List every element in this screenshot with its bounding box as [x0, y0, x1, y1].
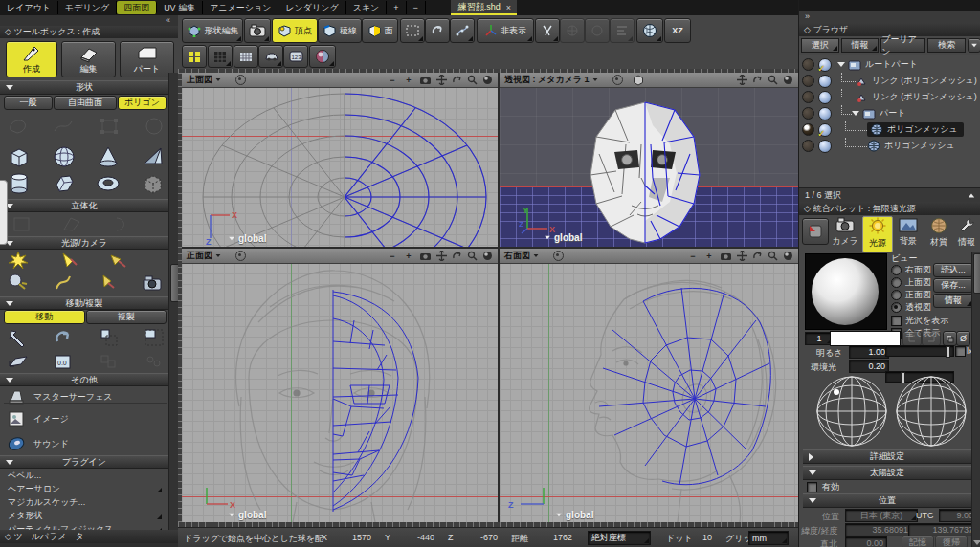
copy-right-button[interactable] [922, 331, 941, 346]
round-tool-button[interactable] [585, 18, 610, 43]
path-light-icon[interactable] [51, 272, 76, 293]
camera-mode-button[interactable] [244, 18, 271, 43]
render-toggle-icon[interactable] [818, 107, 832, 120]
cone-primitive-icon[interactable] [95, 143, 122, 170]
tree-row-part[interactable]: パート [799, 105, 980, 121]
viewport-front[interactable]: X global 正面図 − + [182, 249, 500, 522]
mode-edit-button[interactable]: 編集 [61, 41, 116, 77]
viewport-front-header[interactable]: 正面図 − + [182, 249, 498, 264]
edge-mode-button[interactable]: 稜線 [318, 18, 362, 43]
tab-uvedit[interactable]: UV 編集 [157, 1, 203, 14]
browser-tab-select[interactable]: 選択 [801, 38, 839, 53]
view-option-top[interactable]: 上面図 [891, 276, 931, 289]
pan-icon[interactable] [436, 75, 447, 85]
coordinate-mode-dropdown[interactable]: 絶対座標 [588, 531, 651, 545]
circle-tool-icon[interactable] [142, 115, 167, 138]
viewport-perspective[interactable]: Y X Z global 透視図 : メタカメラ 1 [500, 73, 798, 249]
orbit-icon[interactable] [752, 75, 763, 85]
capsule-primitive-icon[interactable] [51, 171, 78, 196]
plugin-item-bevel[interactable]: ベベル... [8, 470, 41, 482]
scrollbar-thumb[interactable] [973, 253, 980, 294]
tab-modeling[interactable]: モデリング [58, 1, 117, 14]
visibility-eye-icon[interactable] [802, 91, 814, 103]
numeric-transform-icon[interactable]: 0.0 [51, 351, 76, 372]
palette-tab-material[interactable]: 材質 [925, 217, 952, 250]
tree-row-rootpart[interactable]: ✓ ルートパート [799, 56, 980, 73]
viewport-right[interactable]: Z global 右面図 − + [500, 249, 798, 522]
render-toggle-icon[interactable] [818, 91, 832, 104]
sound-item[interactable]: サウンド [6, 434, 69, 453]
zoom-out-icon[interactable]: − [387, 75, 398, 86]
zoom-in-icon[interactable]: + [703, 251, 715, 262]
viewport-perspective-header[interactable]: 透視図 : メタカメラ 1 [500, 73, 798, 88]
mirror-tool-icon[interactable] [142, 326, 167, 349]
copy-left-button[interactable] [902, 331, 922, 346]
browser-tab-info[interactable]: 情報 [841, 38, 880, 53]
tab-animation[interactable]: アニメーション [203, 1, 278, 14]
render-toggle-icon[interactable] [818, 75, 832, 88]
grid-settings-button[interactable] [208, 45, 233, 68]
palette-tab-background[interactable]: 背景 [895, 217, 922, 250]
shading-sphere-icon[interactable] [783, 75, 793, 85]
position-dropdown[interactable]: 日本 (東京) [845, 509, 918, 522]
image-item[interactable]: イメージ [6, 409, 69, 428]
tree-row-link1[interactable]: リンク (ポリゴンメッシュ) [799, 73, 980, 89]
section-light-camera-header[interactable]: 光源/カメラ [0, 236, 168, 250]
xz-plane-button[interactable]: XZ [664, 18, 691, 43]
shading-mode-button[interactable] [309, 45, 336, 68]
shading-sphere-icon[interactable] [783, 251, 793, 261]
pan-icon[interactable] [737, 251, 747, 261]
visibility-eye-icon[interactable] [802, 75, 814, 87]
hide-button[interactable]: 非表示 [477, 18, 534, 43]
view-option-right[interactable]: 右面図 [891, 264, 931, 276]
magnifier-icon[interactable] [768, 251, 778, 261]
view-target-icon[interactable] [612, 75, 623, 85]
move-tab[interactable]: 移動 [4, 310, 85, 324]
camera-icon[interactable] [720, 252, 732, 261]
coordinate-space-label[interactable]: global [228, 510, 266, 520]
shading-mode-icon[interactable] [633, 75, 644, 86]
shading-sphere-icon[interactable] [482, 251, 493, 261]
tab-layout[interactable]: レイアウト [0, 1, 58, 14]
point-light-icon[interactable] [6, 250, 31, 271]
spiral-copy-icon[interactable] [142, 351, 167, 372]
face-mode-button[interactable]: 面 [362, 18, 398, 43]
camera-icon[interactable] [140, 272, 167, 293]
plugin-item-magicalsketch[interactable]: マジカルスケッチ... [8, 496, 85, 509]
section-solidify-header[interactable]: 立体化 [0, 199, 168, 212]
longitude-value[interactable]: 139.76737 [908, 523, 977, 536]
light-direction-dot[interactable] [834, 389, 839, 395]
tab-skin[interactable]: スキン [346, 1, 388, 14]
section-move-copy-header[interactable]: 移動/複製 [0, 296, 168, 310]
position-header[interactable]: 位置 [803, 493, 971, 508]
shape-tab-general[interactable]: 一般 [4, 96, 53, 110]
scale-tool-icon[interactable] [97, 326, 122, 349]
unit-dropdown[interactable]: mm [748, 531, 789, 545]
cylinder-primitive-icon[interactable] [6, 171, 33, 196]
load-button[interactable]: 読込... [933, 263, 973, 277]
spot-light-icon[interactable] [56, 250, 80, 271]
viewport-menu-icon[interactable] [534, 254, 539, 257]
browser-menu-button[interactable] [968, 38, 980, 53]
sun-enable-check[interactable]: 有効 [807, 481, 839, 493]
render-toggle-icon[interactable]: ✓ [818, 58, 832, 72]
info-button[interactable]: 情報 [933, 294, 973, 308]
vertex-mode-button[interactable]: 頂点 [272, 18, 318, 43]
zoom-out-icon[interactable]: − [387, 251, 398, 262]
palette-scrollbar[interactable] [971, 252, 980, 547]
render-toggle-icon[interactable]: ✓ [818, 123, 832, 137]
revolve-tool-icon[interactable] [109, 213, 134, 234]
tree-row-link2[interactable]: リンク (ポリゴンメッシュ) [799, 89, 980, 105]
wedge-primitive-icon[interactable] [140, 143, 167, 170]
sphere-primitive-icon[interactable] [51, 143, 78, 170]
view-option-front[interactable]: 正面図 [891, 289, 931, 301]
camera-icon[interactable] [419, 76, 432, 85]
north-value[interactable]: 0.00 [845, 536, 887, 547]
viewport-menu-icon[interactable] [592, 78, 597, 81]
closed-line-tool-icon[interactable] [6, 115, 31, 138]
zoom-in-icon[interactable]: + [403, 251, 414, 262]
visibility-eye-icon[interactable] [802, 140, 814, 152]
rect-tool-icon[interactable] [97, 115, 122, 138]
ambient-value[interactable]: 0.20 [849, 360, 889, 373]
tab-rendering[interactable]: レンダリング [278, 1, 345, 14]
